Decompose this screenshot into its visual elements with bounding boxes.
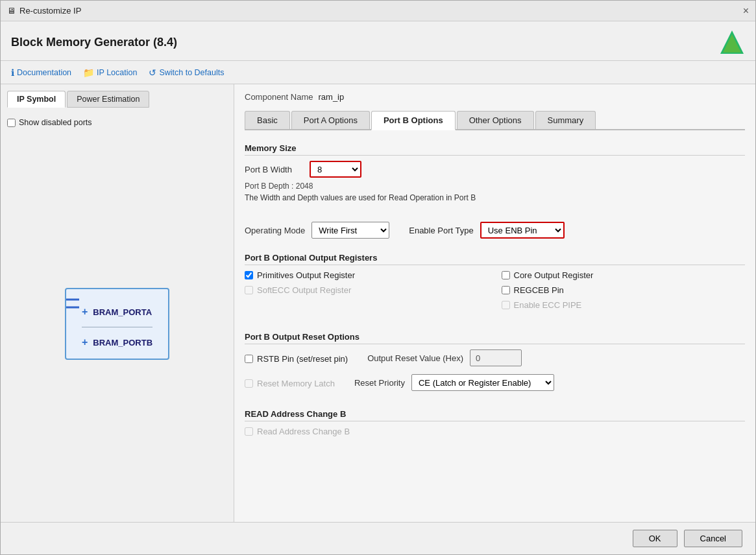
block-box: + BRAM_PORTA + BRAM_PORTB bbox=[65, 288, 169, 360]
folder-icon: 📁 bbox=[83, 67, 94, 78]
read-address-row: Read Address Change B bbox=[245, 427, 745, 436]
primitives-output-checkbox[interactable] bbox=[245, 271, 253, 279]
reset-memory-checkbox[interactable] bbox=[245, 379, 253, 388]
RSTB-checkbox[interactable] bbox=[245, 355, 253, 363]
core-output-label: Core Output Register bbox=[514, 270, 594, 280]
read-address-label: Read Address Change B bbox=[257, 427, 350, 436]
operating-mode-label: Operating Mode bbox=[245, 226, 305, 235]
RSTB-row: RSTB Pin (set/reset pin) bbox=[245, 354, 348, 364]
memory-size-title: Memory Size bbox=[245, 143, 745, 156]
cancel-button[interactable]: Cancel bbox=[684, 530, 742, 547]
read-address-section: READ Address Change B Read Address Chang… bbox=[245, 409, 745, 439]
ECC-PIPE-row: Enable ECC PIPE bbox=[502, 300, 746, 310]
port-b-depth-text: Port B Depth : 2048 bbox=[245, 182, 745, 191]
title-bar-left: 🖥 Re-customize IP bbox=[7, 6, 81, 16]
documentation-link[interactable]: ℹ Documentation bbox=[11, 67, 71, 78]
REGCEB-row: REGCEB Pin bbox=[502, 285, 746, 295]
port-a-label: BRAM_PORTA bbox=[93, 307, 152, 317]
ip-location-link[interactable]: 📁 IP Location bbox=[83, 67, 137, 78]
left-panel-tabs: IP Symbol Power Estimation bbox=[7, 91, 227, 108]
component-name-value: ram_ip bbox=[319, 92, 345, 102]
reset-priority-row: Reset Priority CE (Latch or Register Ena… bbox=[354, 374, 554, 391]
reset-priority-label: Reset Priority bbox=[354, 378, 405, 388]
port-b-note-text: The Width and Depth values are used for … bbox=[245, 193, 745, 202]
port-b-label: BRAM_PORTB bbox=[93, 338, 152, 348]
component-name-row: Component Name ram_ip bbox=[245, 92, 745, 102]
reset-memory-row: Reset Memory Latch bbox=[245, 379, 335, 388]
primitives-output-label: Primitives Output Register bbox=[257, 270, 355, 280]
output-reset-title: Port B Output Reset Options bbox=[245, 332, 745, 344]
documentation-label: Documentation bbox=[17, 68, 71, 77]
port-b-icon: + bbox=[82, 337, 88, 348]
tabs-bar: Basic Port A Options Port B Options Othe… bbox=[245, 111, 745, 130]
left-panel: IP Symbol Power Estimation Show disabled… bbox=[1, 84, 234, 522]
tab-other-options[interactable]: Other Options bbox=[457, 111, 534, 129]
content-area: IP Symbol Power Estimation Show disabled… bbox=[1, 84, 755, 522]
softECC-checkbox[interactable] bbox=[245, 286, 253, 294]
tab-power-estimation[interactable]: Power Estimation bbox=[67, 91, 149, 108]
output-reset-section: Port B Output Reset Options RSTB Pin (se… bbox=[245, 332, 745, 395]
xilinx-logo bbox=[719, 29, 745, 55]
optional-registers-title: Port B Optional Output Registers bbox=[245, 253, 745, 265]
main-window: 🖥 Re-customize IP × Block Memory Generat… bbox=[0, 0, 756, 555]
REGCEB-checkbox[interactable] bbox=[502, 286, 510, 294]
port-a-icon: + bbox=[82, 306, 88, 318]
tab-basic[interactable]: Basic bbox=[245, 111, 290, 129]
operating-mode-select[interactable]: Write First Read First No Change bbox=[311, 222, 389, 239]
output-reset-value-label: Output Reset Value (Hex) bbox=[367, 353, 463, 363]
softECC-label: SoftECC Output Register bbox=[257, 285, 351, 295]
softECC-row: SoftECC Output Register bbox=[245, 285, 489, 295]
output-reset-value-input[interactable] bbox=[470, 349, 522, 366]
tab-summary[interactable]: Summary bbox=[535, 111, 596, 129]
toolbar: ℹ Documentation 📁 IP Location ↺ Switch t… bbox=[1, 61, 755, 84]
enable-port-type-label: Enable Port Type bbox=[409, 226, 474, 235]
main-title: Block Memory Generator (8.4) bbox=[11, 36, 177, 49]
ok-button[interactable]: OK bbox=[633, 530, 677, 547]
reset-priority-select[interactable]: CE (Latch or Register Enable) SR (Set/Re… bbox=[411, 374, 554, 391]
show-disabled-label: Show disabled ports bbox=[19, 118, 92, 127]
output-reset-value-row: Output Reset Value (Hex) bbox=[367, 349, 522, 366]
operating-mode-row: Operating Mode Write First Read First No… bbox=[245, 222, 745, 239]
ECC-PIPE-label: Enable ECC PIPE bbox=[514, 300, 582, 310]
tab-port-a-options[interactable]: Port A Options bbox=[291, 111, 370, 129]
window-title: Re-customize IP bbox=[19, 6, 81, 16]
right-panel: Component Name ram_ip Basic Port A Optio… bbox=[234, 84, 755, 522]
REGCEB-label: REGCEB Pin bbox=[514, 285, 564, 295]
port-a: + BRAM_PORTA bbox=[82, 306, 152, 318]
switch-defaults-link[interactable]: ↺ Switch to Defaults bbox=[149, 67, 224, 78]
core-output-row: Core Output Register bbox=[502, 270, 746, 280]
tab-ip-symbol[interactable]: IP Symbol bbox=[7, 91, 66, 108]
title-bar: 🖥 Re-customize IP × bbox=[1, 1, 755, 21]
memory-size-section: Memory Size Port B Width 124891618323664… bbox=[245, 143, 745, 207]
reset-memory-label: Reset Memory Latch bbox=[257, 379, 335, 388]
switch-defaults-label: Switch to Defaults bbox=[159, 68, 224, 77]
info-icon: ℹ bbox=[11, 67, 14, 78]
RSTB-label: RSTB Pin (set/reset pin) bbox=[257, 354, 348, 364]
enable-port-type-select[interactable]: Use ENB Pin Always Enabled bbox=[480, 222, 565, 239]
close-button[interactable]: × bbox=[743, 5, 749, 17]
show-disabled-checkbox[interactable] bbox=[7, 119, 16, 127]
bottom-bar: OK Cancel bbox=[1, 522, 755, 554]
port-b-width-row: Port B Width 12489161832366472 bbox=[245, 161, 745, 178]
primitives-output-row: Primitives Output Register bbox=[245, 270, 489, 280]
main-header: Block Memory Generator (8.4) bbox=[1, 21, 755, 61]
tab-port-b-options[interactable]: Port B Options bbox=[371, 111, 456, 130]
ip-location-label: IP Location bbox=[97, 68, 137, 77]
optional-registers-section: Port B Optional Output Registers Primiti… bbox=[245, 253, 745, 318]
port-b-width-label: Port B Width bbox=[245, 165, 303, 174]
ECC-PIPE-checkbox[interactable] bbox=[502, 301, 510, 309]
show-disabled-row: Show disabled ports bbox=[7, 118, 227, 127]
block-diagram: + BRAM_PORTA + BRAM_PORTB bbox=[7, 132, 227, 515]
port-b-width-select[interactable]: 12489161832366472 bbox=[310, 161, 361, 178]
core-output-checkbox[interactable] bbox=[502, 271, 510, 279]
read-address-checkbox[interactable] bbox=[245, 427, 253, 436]
port-b: + BRAM_PORTB bbox=[82, 337, 152, 348]
refresh-icon: ↺ bbox=[149, 67, 156, 78]
component-name-label: Component Name bbox=[245, 92, 313, 102]
window-icon: 🖥 bbox=[7, 6, 16, 16]
optional-registers-grid: Primitives Output Register Core Output R… bbox=[245, 270, 745, 313]
read-address-title: READ Address Change B bbox=[245, 409, 745, 421]
